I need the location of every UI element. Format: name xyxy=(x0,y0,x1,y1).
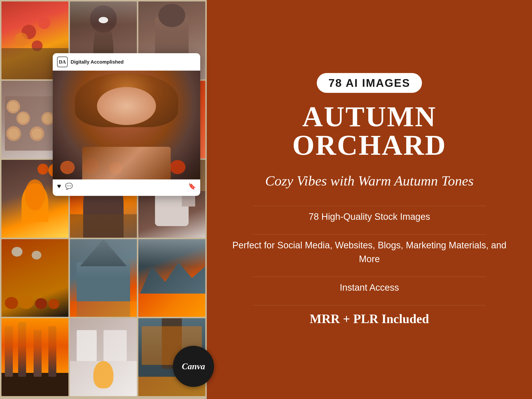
left-panel: DA Digitally Accomplished ♥ xyxy=(0,0,207,399)
instagram-card: DA Digitally Accomplished ♥ xyxy=(53,53,200,196)
divider-2 xyxy=(253,234,486,235)
ai-images-badge: 78 AI IMAGES xyxy=(317,73,422,93)
divider-4 xyxy=(253,305,486,305)
badge-text: 78 AI IMAGES xyxy=(328,77,410,89)
ig-logo: DA xyxy=(57,57,68,67)
photo-cell-mountains xyxy=(138,239,205,317)
ig-photo-inner xyxy=(53,71,200,179)
photo-cell-house xyxy=(70,239,137,317)
ig-username: Digitally Accomplished xyxy=(71,59,124,65)
feature-3: Instant Access xyxy=(340,281,399,295)
title-line2: ORCHARD xyxy=(292,131,447,160)
canva-badge: Canva xyxy=(173,346,214,387)
photo-cell-kitchen xyxy=(70,318,137,396)
ig-heart-icon: ♥ xyxy=(57,182,61,190)
mrr-label: MRR + PLR Included xyxy=(310,312,429,326)
divider-3 xyxy=(253,277,486,277)
ig-actions: ♥ 💬 🔖 xyxy=(53,179,200,193)
ig-header: DA Digitally Accomplished xyxy=(53,53,200,71)
ig-logo-text: DA xyxy=(59,59,66,65)
ig-comment-icon: 💬 xyxy=(65,183,73,190)
divider-1 xyxy=(253,206,486,206)
title-line1: AUTUMN xyxy=(302,103,436,131)
feature-2: Perfect for Social Media, Websites, Blog… xyxy=(224,238,515,266)
photo-cell-fall-trees xyxy=(1,318,68,396)
ig-photo xyxy=(53,71,200,179)
ig-bookmark-icon: 🔖 xyxy=(188,183,196,190)
feature-1: 78 High-Quality Stock Images xyxy=(309,210,430,224)
canva-label: Canva xyxy=(182,361,205,371)
right-panel: 78 AI IMAGES AUTUMN ORCHARD Cozy Vibes w… xyxy=(207,0,532,399)
subtitle: Cozy Vibes with Warm Autumn Tones xyxy=(265,172,473,190)
photo-cell-pumpkin-mix xyxy=(1,239,68,317)
